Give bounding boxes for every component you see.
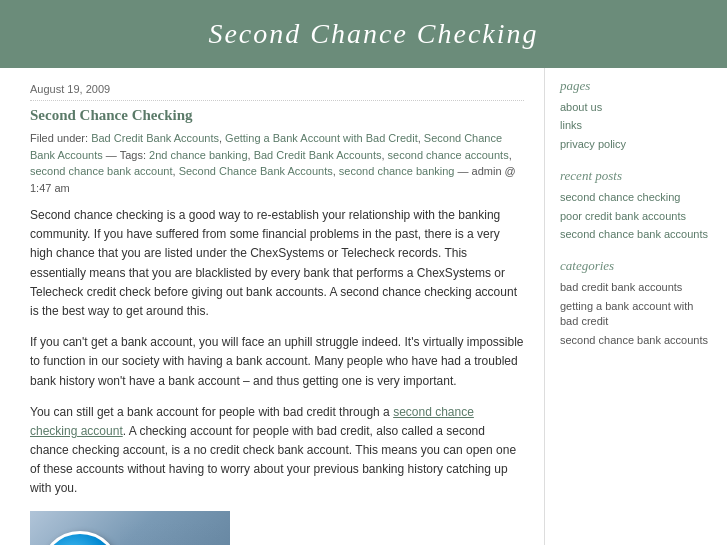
page-privacy-policy[interactable]: privacy policy	[560, 138, 626, 150]
site-title: Second Chance Checking	[40, 18, 707, 50]
approved-badge: 100% Approved!	[40, 531, 120, 545]
tag-second-chance-bank-account[interactable]: second chance bank account	[30, 165, 173, 177]
categories-title: categories	[560, 258, 712, 274]
post-title: Second Chance Checking	[30, 107, 524, 124]
tag-second-chance-banking[interactable]: second chance banking	[339, 165, 455, 177]
category-getting-account: getting a bank account with bad credit	[560, 299, 712, 330]
sidebar: pages about us links privacy policy rece…	[545, 68, 727, 545]
post-date: August 19, 2009	[30, 83, 524, 101]
pages-title: pages	[560, 78, 712, 94]
second-chance-link[interactable]: second chance checking account	[30, 405, 474, 438]
paragraph-1: Second chance checking is a good way to …	[30, 206, 524, 321]
recent-second-chance-checking[interactable]: second chance checking	[560, 191, 680, 203]
paragraph-2: If you can't get a bank account, you wil…	[30, 333, 524, 391]
page-links[interactable]: links	[560, 119, 582, 131]
tag-bad-credit-2[interactable]: Bad Credit Bank Accounts	[254, 149, 382, 161]
tag-second-chance-accounts[interactable]: second chance accounts	[388, 149, 509, 161]
paragraph-3: You can still get a bank account for peo…	[30, 403, 524, 499]
recent-list: second chance checking poor credit bank …	[560, 190, 712, 242]
category-bad-credit: bad credit bank accounts	[560, 280, 712, 295]
tag-2nd-chance[interactable]: 2nd chance banking	[149, 149, 247, 161]
post-content: Second chance checking is a good way to …	[30, 206, 524, 499]
people-image	[120, 521, 220, 545]
tags-label: Tags:	[120, 149, 146, 161]
recent-title: recent posts	[560, 168, 712, 184]
tag-getting-bank-account[interactable]: Getting a Bank Account with Bad Credit	[225, 132, 418, 144]
sidebar-recent: recent posts second chance checking poor…	[560, 168, 712, 242]
sidebar-pages: pages about us links privacy policy	[560, 78, 712, 152]
page-about-us[interactable]: about us	[560, 101, 602, 113]
tag-second-chance-bank-accounts-2[interactable]: Second Chance Bank Accounts	[179, 165, 333, 177]
categories-list: bad credit bank accounts getting a bank …	[560, 280, 712, 348]
list-item: privacy policy	[560, 137, 712, 152]
post-image: 100% Approved!	[30, 511, 230, 545]
recent-second-chance-bank[interactable]: second chance bank accounts	[560, 228, 708, 240]
list-item: second chance bank accounts	[560, 227, 712, 242]
list-item: getting a bank account with bad credit	[560, 299, 712, 330]
list-item: about us	[560, 100, 712, 115]
sidebar-categories: categories bad credit bank accounts gett…	[560, 258, 712, 348]
person-2	[165, 541, 205, 545]
list-item: poor credit bank accounts	[560, 209, 712, 224]
tag-bad-credit-bank-accounts[interactable]: Bad Credit Bank Accounts	[91, 132, 219, 144]
post-meta: Filed under: Bad Credit Bank Accounts, G…	[30, 130, 524, 196]
recent-poor-credit[interactable]: poor credit bank accounts	[560, 210, 686, 222]
site-header: Second Chance Checking	[0, 0, 727, 68]
list-item: links	[560, 118, 712, 133]
category-second-chance: second chance bank accounts	[560, 333, 712, 348]
pages-list: about us links privacy policy	[560, 100, 712, 152]
list-item: bad credit bank accounts	[560, 280, 712, 295]
main-content: August 19, 2009 Second Chance Checking F…	[0, 68, 545, 545]
list-item: second chance bank accounts	[560, 333, 712, 348]
filed-under-label: Filed under:	[30, 132, 88, 144]
list-item: second chance checking	[560, 190, 712, 205]
